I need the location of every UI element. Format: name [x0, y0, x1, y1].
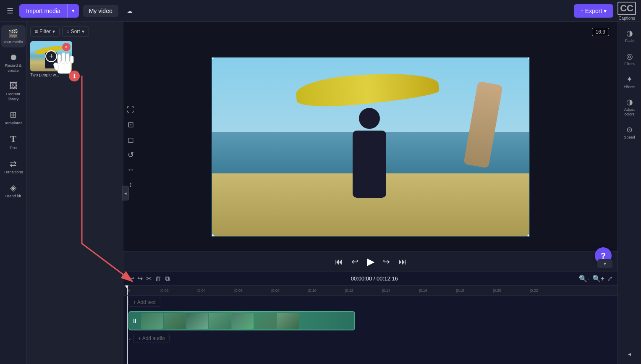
import-media-button[interactable]: Import media: [19, 4, 67, 18]
import-media-dropdown-button[interactable]: ▾: [67, 4, 79, 18]
sidebar-item-text[interactable]: T Text: [1, 130, 26, 153]
effects-icon: ✦: [626, 75, 633, 84]
sidebar-item-transitions[interactable]: ⇄ Transitions: [1, 155, 26, 178]
add-text-track-button[interactable]: + Add text: [128, 298, 160, 307]
skip-to-start-button[interactable]: ⏮: [335, 257, 343, 267]
fade-icon: ◑: [626, 29, 633, 38]
filter-icon: ≡: [35, 29, 38, 34]
rotate-tool-button[interactable]: ↺: [128, 150, 134, 159]
rewind-5s-button[interactable]: ↩: [351, 257, 358, 267]
person-figure: [338, 108, 401, 225]
clip-frame-4: [209, 313, 231, 329]
person-head: [359, 108, 380, 129]
captions-icon: CC: [617, 2, 636, 15]
effects-label: Effects: [624, 85, 635, 89]
sort-button[interactable]: ↕ Sort ▾: [62, 26, 89, 37]
play-pause-button[interactable]: ▶: [367, 256, 374, 267]
help-chevron-dropdown: ▾: [597, 259, 612, 268]
sidebar-label-text: Text: [10, 145, 17, 150]
timeline-content: |0 |0:02 |0:04 |0:06 |0:08 |0:10 |0:12 |…: [123, 285, 617, 364]
delete-button[interactable]: 🗑: [155, 275, 162, 283]
timeline-toolbar-right: 🔍- 🔍+ ⤢: [579, 275, 612, 283]
ruler-tick-11: |0:22: [530, 288, 538, 293]
clip-frame-7: [277, 313, 299, 329]
zoom-in-button[interactable]: 🔍+: [592, 275, 604, 283]
delete-media-button[interactable]: ×: [62, 43, 71, 51]
clip-frames: [140, 312, 300, 330]
right-panel-item-filters[interactable]: ◎ Filters: [619, 48, 641, 70]
text-track: + Add text: [123, 296, 617, 309]
forward-5s-button[interactable]: ↪: [383, 257, 390, 267]
collapse-panel-button[interactable]: ◂: [122, 186, 129, 200]
sort-label: Sort: [71, 29, 80, 34]
media-panel: ≡ Filter ▾ ↕ Sort ▾ ×: [27, 22, 123, 364]
tab-cloud[interactable]: ☁: [121, 5, 139, 17]
media-thumb-two-people[interactable]: × + Add to timeline: [30, 41, 72, 71]
video-track: ⏸: [123, 309, 617, 333]
video-tools-panel: ⛶ ⊡ ◻ ↺ ↔ ↕: [127, 105, 134, 189]
add-to-timeline-inline-button[interactable]: +: [45, 50, 57, 62]
sidebar-label-record-create: Record & create: [3, 63, 24, 73]
speed-label: Speed: [624, 135, 635, 140]
right-panel-item-fade[interactable]: ◑ Fade: [619, 25, 641, 47]
right-panel-item-adjust-colors[interactable]: ◑ Adjust colors: [619, 94, 641, 120]
export-button[interactable]: ↑ Export ▾: [574, 4, 613, 18]
flip-v-tool-button[interactable]: ↕: [129, 180, 133, 189]
skip-to-end-button[interactable]: ⏭: [398, 257, 407, 267]
ruler-tick-5: |0:10: [308, 288, 317, 293]
fit-to-window-button[interactable]: ⤢: [607, 275, 612, 283]
sidebar-item-your-media[interactable]: 🎬 Your media: [1, 25, 26, 47]
hamburger-button[interactable]: ☰: [5, 5, 15, 17]
ruler-tick-7: |0:14: [382, 288, 390, 293]
add-audio-track-button[interactable]: + Add audio: [133, 334, 170, 343]
pip-tool-button[interactable]: ◻: [128, 135, 134, 144]
ruler-tick-3: |0:06: [234, 288, 243, 293]
filters-label: Filters: [624, 62, 635, 66]
redo-button[interactable]: ↪: [137, 275, 143, 283]
right-panel-collapse-button[interactable]: ◂: [625, 347, 634, 361]
topbar-right: ↑ Export ▾ CC Captions: [574, 1, 636, 21]
ruler-tick-9: |0:18: [456, 288, 464, 293]
content-library-icon: 🖼: [9, 81, 18, 91]
timeline: ↩ ↪ ✂ 🗑 ⧉ 00:00:00 / 00:12:16 🔍- 🔍+ ⤢: [123, 272, 617, 364]
topbar-left: ☰ Import media ▾ My video ☁: [5, 4, 139, 18]
ruler-tick-8: |0:16: [419, 288, 427, 293]
media-panel-toolbar: ≡ Filter ▾ ↕ Sort ▾: [30, 26, 120, 37]
timeline-tracks: + Add text ⏸: [123, 296, 617, 364]
right-panel-item-effects[interactable]: ✦ Effects: [619, 71, 641, 93]
filter-button[interactable]: ≡ Filter ▾: [30, 26, 60, 37]
playback-controls: ⏮ ↩ ▶ ↪ ⏭ ⛶: [123, 251, 617, 272]
timeline-playhead-ruler: [127, 285, 128, 295]
sidebar-item-brand-kit[interactable]: ◈ Brand kit: [1, 179, 26, 202]
record-create-icon: ⏺: [9, 52, 18, 62]
captions-label: Captions: [618, 16, 635, 21]
sidebar-item-record-create[interactable]: ⏺ Record & create: [1, 49, 26, 76]
adjust-colors-icon: ◑: [626, 97, 633, 107]
sidebar-label-transitions: Transitions: [3, 170, 23, 174]
undo-button[interactable]: ↩: [128, 275, 134, 283]
captions-button[interactable]: CC Captions: [617, 1, 636, 21]
sidebar-label-your-media: Your media: [3, 39, 24, 44]
topbar: ☰ Import media ▾ My video ☁ ↑ Export ▾ C…: [0, 0, 641, 22]
sidebar-item-content-library[interactable]: 🖼 Content library: [1, 78, 26, 105]
audio-track: ♪ + Add audio: [123, 333, 617, 344]
clip-frame-5: [232, 313, 254, 329]
flip-h-tool-button[interactable]: ↔: [127, 165, 134, 174]
fullscreen-tool-button[interactable]: ⛶: [127, 105, 134, 114]
tab-group: My video ☁: [83, 5, 139, 17]
chevron-down-icon: ▾: [604, 261, 606, 267]
right-panel-collapse-area: ◂: [625, 347, 634, 361]
import-media-group: Import media ▾: [19, 4, 79, 18]
video-scene: [212, 58, 529, 236]
sidebar-label-brand-kit: Brand kit: [5, 194, 21, 198]
sidebar-item-templates[interactable]: ⊞ Templates: [1, 106, 26, 128]
video-clip[interactable]: ⏸: [128, 311, 355, 330]
zoom-out-button[interactable]: 🔍-: [579, 275, 589, 283]
cut-button[interactable]: ✂: [146, 275, 152, 283]
crop-tool-button[interactable]: ⊡: [128, 120, 134, 129]
tab-my-video[interactable]: My video: [83, 5, 118, 17]
copy-paste-button[interactable]: ⧉: [165, 275, 170, 283]
right-panel: ◑ Fade ◎ Filters ✦ Effects ◑ Adjust colo…: [617, 22, 641, 364]
clip-pause-button[interactable]: ⏸: [129, 317, 140, 324]
right-panel-item-speed[interactable]: ⊙ Speed: [619, 122, 641, 143]
